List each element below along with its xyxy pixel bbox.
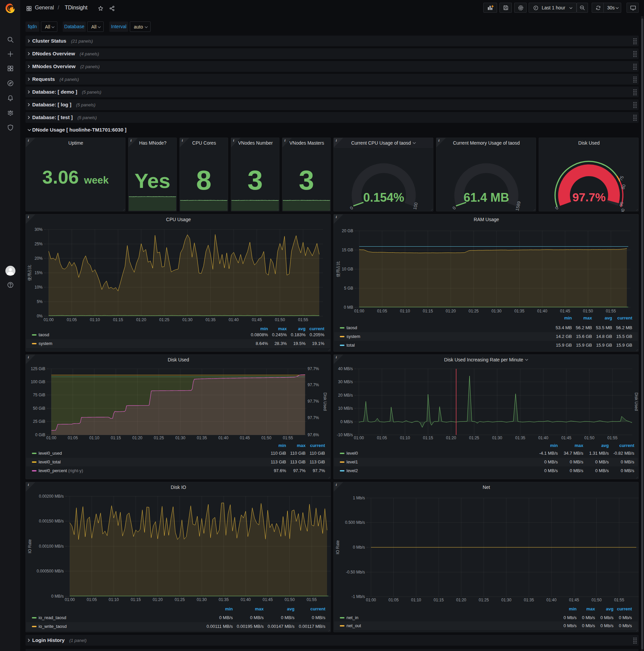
svg-text:01:10: 01:10	[89, 436, 99, 440]
svg-text:01:00: 01:00	[366, 598, 376, 602]
svg-text:75 GiB: 75 GiB	[33, 393, 45, 397]
svg-text:01:20: 01:20	[132, 436, 142, 440]
svg-text:15%: 15%	[35, 271, 42, 275]
svg-text:01:30: 01:30	[492, 436, 502, 440]
svg-text:15 GB: 15 GB	[342, 248, 353, 252]
svg-text:30 MB/s: 30 MB/s	[338, 379, 353, 384]
svg-text:01:55: 01:55	[607, 436, 617, 440]
svg-text:01:05: 01:05	[377, 309, 387, 313]
svg-text:使用占比: 使用占比	[27, 265, 32, 281]
svg-text:01:15: 01:15	[111, 436, 121, 440]
svg-text:25 GiB: 25 GiB	[33, 419, 45, 424]
svg-text:01:40: 01:40	[218, 436, 228, 440]
svg-text:01:50: 01:50	[285, 597, 295, 602]
svg-text:01:30: 01:30	[491, 309, 502, 313]
svg-text:100 GiB: 100 GiB	[31, 379, 45, 384]
svg-text:01:15: 01:15	[131, 597, 141, 602]
svg-text:01:15: 01:15	[113, 317, 123, 322]
svg-text:0 MB/s: 0 MB/s	[341, 420, 353, 424]
svg-text:01:55: 01:55	[307, 597, 317, 602]
svg-text:01:30: 01:30	[502, 598, 512, 602]
svg-text:-0.50 Mb/s: -0.50 Mb/s	[346, 570, 365, 575]
svg-text:30%: 30%	[35, 227, 42, 232]
svg-text:01:25: 01:25	[175, 597, 185, 602]
svg-text:0 Mb/s: 0 Mb/s	[353, 545, 365, 550]
svg-text:01:05: 01:05	[68, 436, 78, 440]
svg-text:01:35: 01:35	[205, 317, 216, 322]
svg-text:01:35: 01:35	[515, 436, 525, 440]
svg-text:01:10: 01:10	[411, 598, 421, 602]
svg-text:01:00: 01:00	[354, 436, 364, 440]
svg-text:01:30: 01:30	[175, 436, 186, 440]
svg-text:01:10: 01:10	[90, 317, 100, 322]
svg-text:01:00: 01:00	[65, 597, 75, 602]
svg-text:-10 MB/s: -10 MB/s	[337, 433, 353, 437]
svg-text:0.000500 MB/s: 0.000500 MB/s	[37, 569, 64, 574]
svg-text:01:35: 01:35	[197, 436, 207, 440]
svg-text:01:55: 01:55	[283, 436, 293, 440]
svg-text:01:40: 01:40	[229, 317, 239, 322]
svg-text:20 GB: 20 GB	[342, 228, 353, 233]
svg-text:01:55: 01:55	[298, 317, 308, 322]
svg-text:01:50: 01:50	[261, 436, 271, 440]
svg-text:01:25: 01:25	[469, 309, 479, 313]
svg-text:97.7%: 97.7%	[308, 382, 319, 387]
svg-text:97.6%: 97.6%	[308, 433, 319, 437]
svg-text:10 MB/s: 10 MB/s	[338, 406, 353, 411]
svg-text:01:15: 01:15	[434, 598, 444, 602]
svg-text:01:20: 01:20	[153, 597, 163, 602]
svg-text:40 MB/s: 40 MB/s	[338, 366, 353, 371]
svg-text:01:15: 01:15	[423, 436, 433, 440]
svg-text:01:10: 01:10	[109, 597, 119, 602]
svg-text:5%: 5%	[37, 299, 43, 304]
svg-text:01:40: 01:40	[240, 597, 251, 602]
svg-text:01:40: 01:40	[538, 436, 548, 440]
svg-text:Disk Used: Disk Used	[634, 393, 639, 411]
svg-text:01:20: 01:20	[136, 317, 146, 322]
svg-text:01:10: 01:10	[400, 309, 410, 313]
svg-text:IO Rate: IO Rate	[335, 540, 340, 554]
svg-text:01:10: 01:10	[400, 436, 410, 440]
svg-text:01:50: 01:50	[592, 598, 602, 602]
svg-text:01:25: 01:25	[154, 436, 164, 440]
svg-text:0 MB: 0 MB	[344, 305, 353, 310]
svg-text:01:45: 01:45	[252, 317, 262, 322]
svg-text:01:30: 01:30	[197, 597, 206, 602]
svg-text:01:00: 01:00	[46, 436, 56, 440]
svg-text:01:30: 01:30	[183, 317, 193, 322]
svg-text:01:40: 01:40	[546, 598, 556, 602]
svg-text:01:25: 01:25	[159, 317, 169, 322]
svg-text:01:45: 01:45	[240, 436, 250, 440]
svg-text:01:25: 01:25	[479, 598, 489, 602]
svg-text:20%: 20%	[35, 256, 42, 261]
svg-text:20 MB/s: 20 MB/s	[338, 393, 353, 398]
svg-text:IO Rate: IO Rate	[28, 539, 32, 553]
svg-text:61.4 MB: 61.4 MB	[463, 191, 509, 204]
svg-text:1 Mb/s: 1 Mb/s	[353, 496, 365, 500]
svg-text:01:00: 01:00	[354, 309, 364, 313]
svg-text:01:40: 01:40	[537, 309, 547, 313]
svg-text:01:45: 01:45	[560, 309, 570, 313]
svg-text:0.154%: 0.154%	[363, 191, 404, 204]
svg-text:01:20: 01:20	[446, 436, 456, 440]
svg-text:0.00200 MB/s: 0.00200 MB/s	[39, 494, 64, 499]
svg-text:01:50: 01:50	[584, 436, 594, 440]
svg-text:0 MB/s: 0 MB/s	[51, 594, 64, 599]
svg-text:-1 Mb/s: -1 Mb/s	[352, 594, 365, 599]
svg-text:97.7%: 97.7%	[308, 366, 319, 371]
svg-text:01:35: 01:35	[219, 597, 229, 602]
svg-text:01:45: 01:45	[569, 598, 579, 602]
svg-text:0.00150 MB/s: 0.00150 MB/s	[39, 519, 64, 524]
svg-text:01:05: 01:05	[388, 598, 398, 602]
svg-text:125 GiB: 125 GiB	[31, 366, 45, 371]
svg-text:5 GB: 5 GB	[344, 286, 353, 290]
svg-text:0: 0	[349, 205, 354, 211]
svg-text:01:35: 01:35	[524, 598, 534, 602]
svg-text:01:50: 01:50	[275, 317, 285, 322]
svg-text:80: 80	[620, 184, 626, 190]
svg-text:01:25: 01:25	[469, 436, 479, 440]
svg-text:10%: 10%	[35, 285, 42, 289]
svg-text:01:00: 01:00	[43, 317, 54, 322]
svg-text:50 GiB: 50 GiB	[33, 406, 45, 411]
svg-text:01:05: 01:05	[377, 436, 387, 440]
